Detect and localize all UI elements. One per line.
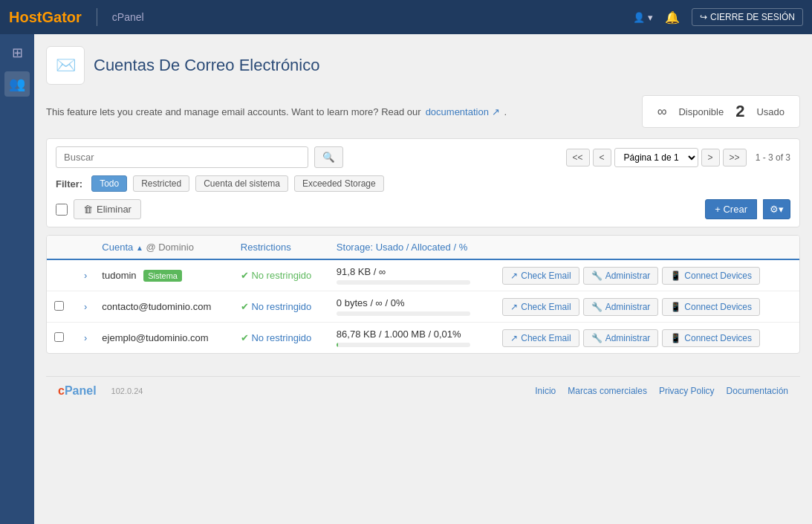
account-cell: contacto@tudominio.com xyxy=(94,291,233,323)
pag-last[interactable]: >> xyxy=(723,149,747,166)
account-name: tudomin xyxy=(102,270,136,281)
col-actions xyxy=(495,236,799,259)
available-label: Disponible xyxy=(678,106,724,117)
signout-label: CIERRE DE SESIÓN xyxy=(710,12,795,22)
brand: HostGator cPanel xyxy=(9,8,144,26)
create-button[interactable]: + Crear xyxy=(705,199,757,219)
pag-prev[interactable]: < xyxy=(593,149,611,166)
account-name: ejemplo@tudominio.com xyxy=(102,332,208,343)
table-row: › contacto@tudominio.com ✔ No restringid… xyxy=(47,291,799,323)
actions-cell: ↗ Check Email 🔧 Administrar 📱 Connect De… xyxy=(495,323,799,354)
footer-link-docs[interactable]: Documentación xyxy=(727,386,788,396)
filter-restricted[interactable]: Restricted xyxy=(133,175,189,192)
filter-label: Filter: xyxy=(56,178,82,190)
storage-info: 86,78 KB / 1.000 MB / 0,01% xyxy=(337,329,470,347)
row-checkbox[interactable] xyxy=(54,301,64,311)
administrar-label: Administrar xyxy=(605,333,651,343)
pag-next[interactable]: > xyxy=(701,149,720,166)
filter-exceeded-storage[interactable]: Exceeded Storage xyxy=(294,175,384,192)
row-checkbox[interactable] xyxy=(54,332,64,342)
topnav-right: 👤 ▾ 🔔 ↪ CIERRE DE SESIÓN xyxy=(633,8,803,26)
check-email-button[interactable]: ↗ Check Email xyxy=(502,267,579,285)
restriction-cell: ✔ No restringido xyxy=(233,259,329,291)
storage-bar xyxy=(337,343,470,347)
check-email-label: Check Email xyxy=(521,302,571,312)
account-cell: tudomin Sistema xyxy=(94,259,233,291)
user-menu[interactable]: 👤 ▾ xyxy=(633,12,653,23)
wrench-icon: 🔧 xyxy=(591,271,602,281)
expand-cell[interactable]: › xyxy=(77,259,94,291)
top-navbar: HostGator cPanel 👤 ▾ 🔔 ↪ CIERRE DE SESIÓ… xyxy=(0,0,812,34)
expand-cell[interactable]: › xyxy=(77,291,94,323)
storage-bar xyxy=(337,280,470,285)
restriction-check: ✔ xyxy=(241,332,249,343)
available-symbol: ∞ xyxy=(657,104,667,120)
sistema-badge: Sistema xyxy=(143,270,182,282)
hostgator-logo: HostGator xyxy=(9,9,82,26)
restriction-check: ✔ xyxy=(241,301,249,312)
pag-first[interactable]: << xyxy=(566,149,590,166)
restriction-link[interactable]: No restringido xyxy=(251,332,311,343)
pag-count: 1 - 3 of 3 xyxy=(756,152,790,163)
administrar-button[interactable]: 🔧 Administrar xyxy=(583,298,659,316)
check-email-label: Check Email xyxy=(521,271,571,281)
administrar-button[interactable]: 🔧 Administrar xyxy=(583,329,659,347)
check-all-checkbox[interactable] xyxy=(56,204,68,216)
wrench-icon: 🔧 xyxy=(591,302,602,312)
page-title: Cuentas De Correo Electrónico xyxy=(94,56,319,75)
footer-link-privacy[interactable]: Privacy Policy xyxy=(659,386,715,396)
search-row: 🔍 << < Página 1 de 1 > >> 1 - 3 of 3 xyxy=(56,146,790,168)
check-email-button[interactable]: ↗ Check Email xyxy=(502,329,579,347)
connect-devices-button[interactable]: 📱 Connect Devices xyxy=(662,298,760,316)
sidebar-item-grid[interactable]: ⊞ xyxy=(4,40,30,65)
signout-icon: ↪ xyxy=(700,12,707,22)
storage-cell: 0 bytes / ∞ / 0% xyxy=(329,291,495,323)
storage-text: 86,78 KB / 1.000 MB / 0,01% xyxy=(337,329,461,340)
storage-bar xyxy=(337,311,470,316)
restriction-link[interactable]: No restringido xyxy=(251,301,311,312)
col-storage: Storage: Usado / Allocated / % xyxy=(329,236,495,259)
search-input[interactable] xyxy=(56,146,308,168)
gear-button[interactable]: ⚙▾ xyxy=(763,199,790,219)
actions-cell: ↗ Check Email 🔧 Administrar 📱 Connect De… xyxy=(495,259,799,291)
administrar-label: Administrar xyxy=(605,271,651,281)
filter-todo[interactable]: Todo xyxy=(91,175,127,192)
storage-info: 0 bytes / ∞ / 0% xyxy=(337,297,470,316)
pag-page-select[interactable]: Página 1 de 1 xyxy=(614,148,698,167)
administrar-button[interactable]: 🔧 Administrar xyxy=(583,267,659,285)
action-buttons: ↗ Check Email 🔧 Administrar 📱 Connect De… xyxy=(502,267,792,285)
trash-icon: 🗑 xyxy=(83,204,93,215)
check-email-button[interactable]: ↗ Check Email xyxy=(502,298,579,316)
expand-cell[interactable]: › xyxy=(77,323,94,354)
footer-link-inicio[interactable]: Inicio xyxy=(535,386,556,396)
search-button[interactable]: 🔍 xyxy=(314,146,343,168)
connect-devices-button[interactable]: 📱 Connect Devices xyxy=(662,267,760,285)
footer-link-marcas[interactable]: Marcas comerciales xyxy=(568,386,647,396)
info-dot: . xyxy=(504,106,507,117)
col-account: Cuenta ▲ @ Dominio xyxy=(94,236,233,259)
main-content: ✉️ Cuentas De Correo Electrónico This fe… xyxy=(34,34,812,524)
storage-info: 91,8 KB / ∞ xyxy=(337,266,470,285)
page-icon: ✉️ xyxy=(46,46,85,85)
action-buttons: ↗ Check Email 🔧 Administrar 📱 Connect De… xyxy=(502,298,792,316)
stats-box: ∞ Disponible 2 Usado xyxy=(642,95,800,128)
pagination: << < Página 1 de 1 > >> 1 - 3 of 3 xyxy=(566,148,790,167)
nav-divider xyxy=(97,8,97,26)
filter-cuenta-sistema[interactable]: Cuenta del sistema xyxy=(195,175,288,192)
info-text: This feature lets you create and manage … xyxy=(46,106,421,117)
sidebar-item-users[interactable]: 👥 xyxy=(4,71,30,97)
device-icon: 📱 xyxy=(670,302,681,312)
doc-link[interactable]: documentation ↗ xyxy=(426,106,500,117)
footer-logo: cPanel xyxy=(58,384,97,398)
bell-icon[interactable]: 🔔 xyxy=(665,10,680,25)
storage-text: 91,8 KB / ∞ xyxy=(337,266,386,277)
delete-button[interactable]: 🗑 Eliminar xyxy=(74,199,141,219)
page-header: ✉️ Cuentas De Correo Electrónico xyxy=(46,46,800,85)
signout-button[interactable]: ↪ CIERRE DE SESIÓN xyxy=(692,8,803,26)
storage-cell: 86,78 KB / 1.000 MB / 0,01% xyxy=(329,323,495,354)
layout: ⊞ 👥 ✉️ Cuentas De Correo Electrónico Thi… xyxy=(0,34,812,524)
footer-version: 102.0.24 xyxy=(111,386,143,395)
filter-row: Filter: Todo Restricted Cuenta del siste… xyxy=(56,175,790,192)
footer: cPanel 102.0.24 Inicio Marcas comerciale… xyxy=(46,376,800,405)
connect-devices-button[interactable]: 📱 Connect Devices xyxy=(662,329,760,347)
